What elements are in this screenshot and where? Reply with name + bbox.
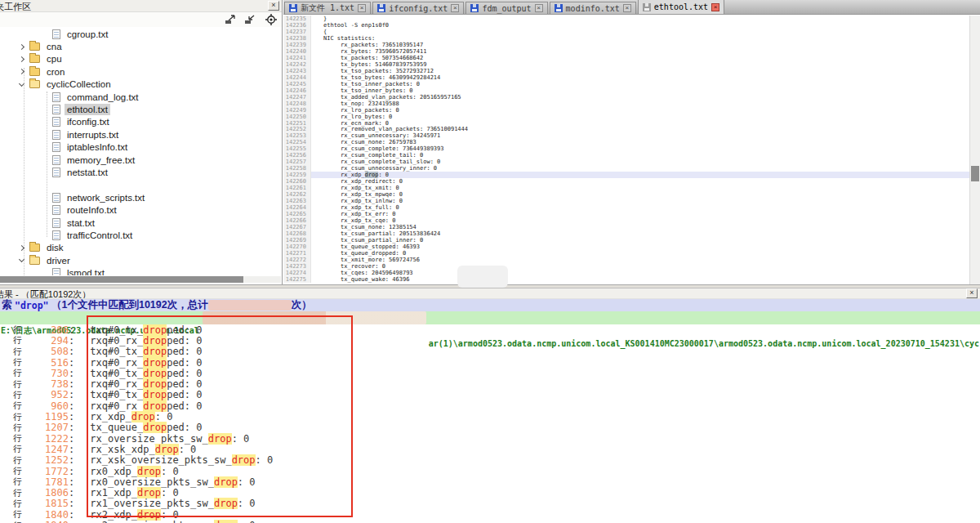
search-result-row[interactable]: 行1247:rx_xsk_xdp_drop: 0 [0,444,980,454]
tree-item-iptablesInfo.txt[interactable]: iptablesInfo.txt [0,141,281,154]
tree-item-cron[interactable]: cron [0,65,281,78]
tree-item-driver[interactable]: driver [0,254,281,266]
line-word-label: 行 [0,520,23,523]
tab-新文件 1.txt[interactable]: 新文件 1.txt× [284,2,371,14]
search-result-row[interactable]: 行508:txq#0_tx_dropped: 0 [0,346,980,357]
tree-item-cna[interactable]: cna [0,40,281,52]
workspace-titlebar[interactable]: 夹工作区 × [0,0,282,12]
search-result-row[interactable]: 行1806:rx1_xdp_drop: 0 [0,487,980,498]
tree-item-cpu[interactable]: cpu [0,53,281,65]
search-result-row[interactable]: 行286:txq#0_tx_dropped: 0 [0,324,980,335]
result-line-number: 1781 [23,476,69,488]
editor-line: 142247 tx_added_vlan_packets: 2051659571… [283,94,969,101]
editor-vertical-scrollbar[interactable] [969,16,980,284]
search-result-row[interactable]: 行1781:rx0_oversize_pkts_sw_drop: 0 [0,476,980,487]
chevron-down-icon[interactable] [19,81,24,87]
search-result-row[interactable]: 行730:txq#0_tx_dropped: 0 [0,368,980,378]
tree-item-stat.txt[interactable]: stat.txt [0,217,281,229]
tree-item-disk[interactable]: disk [0,242,281,254]
line-number: 142262 [283,191,311,198]
tree-item-label: memory_free.txt [65,154,137,166]
expand-all-icon[interactable] [224,14,238,25]
tree-item-interrupts.txt[interactable]: interrupts.txt [0,128,281,141]
search-result-row[interactable]: 行1840:rx2_xdp_drop: 0 [0,509,980,520]
tree-item-ifconfig.txt[interactable]: ifconfig.txt [0,116,281,128]
result-text: rxq#0_rx_dropped: 0 [90,357,202,369]
tab-close-icon[interactable]: × [451,4,459,12]
tab-close-icon[interactable]: × [711,3,719,11]
search-result-row[interactable]: 行1772:rx0_xdp_drop: 0 [0,466,980,476]
match-highlight: drop [137,487,161,498]
scrollbar-thumb[interactable] [971,166,979,181]
tree-item-label: ethtool.txt [65,104,110,115]
tree-item-memory_free.txt[interactable]: memory_free.txt [0,154,281,166]
chevron-right-icon[interactable] [19,69,24,74]
locate-file-icon[interactable] [265,14,278,25]
search-result-row[interactable]: 行738:rxq#0_rx_dropped: 0 [0,378,980,389]
editor-line-text: rx_xdp_tx_mpwqe: 0 [323,191,403,198]
tree-item-routeInfo.txt[interactable]: routeInfo.txt [0,203,281,216]
line-number: 142252 [283,126,311,132]
result-colon: : [69,509,74,521]
line-number: 142240 [283,48,311,55]
tab-close-icon[interactable]: × [535,4,543,12]
search-result-row[interactable]: 行1252:rx_xsk_oversize_pkts_sw_drop: 0 [0,455,980,466]
result-text: rx0_oversize_pkts_sw_drop: 0 [90,476,255,488]
tab-close-icon[interactable]: × [358,4,366,12]
editor-line: 142253 rx_csum_unnecessary: 34245971 [283,132,969,139]
result-text: rx1_oversize_pkts_sw_drop: 0 [90,498,255,509]
result-line-number: 294 [23,335,69,346]
result-text: txq#0_tx_dropped: 0 [90,368,202,379]
search-result-row[interactable]: 行1222:rx_oversize_pkts_sw_drop: 0 [0,433,980,444]
search-result-row[interactable]: 行960:rxq#0_rx_dropped: 0 [0,400,980,411]
search-result-row[interactable]: 行516:rxq#0_rx_dropped: 0 [0,357,980,368]
chevron-right-icon[interactable] [19,56,24,62]
chevron-down-icon[interactable] [19,257,24,262]
search-result-row[interactable]: 行1207:tx_queue_dropped: 0 [0,422,980,433]
tab-ethtool.txt[interactable]: ethtool.txt× [638,0,724,14]
tree-item-redacted[interactable] [0,179,281,191]
tab-close-icon[interactable]: × [623,4,631,12]
search-result-row[interactable]: 行1195:rx_xdp_drop: 0 [0,411,980,422]
tree-item-command_log.txt[interactable]: command_log.txt [0,91,281,103]
search-result-row[interactable]: 行294:rxq#0_rx_dropped: 0 [0,335,980,346]
result-text: rx2_oversize_pkts_sw_drop: 0 [90,520,255,523]
results-close-button[interactable]: × [966,288,978,298]
tree-item-label: cyclicCollection [44,78,114,90]
tree-item-cgroup.txt[interactable]: cgroup.txt [0,28,281,40]
tree-horizontal-scrollbar[interactable] [0,276,281,283]
editor-line: 142240 rx_bytes: 735960572057411 [283,48,969,55]
tab-modinfo.txt[interactable]: modinfo.txt× [550,2,636,14]
chevron-right-icon[interactable] [19,245,24,251]
search-result-row[interactable]: 行1815:rx1_oversize_pkts_sw_drop: 0 [0,498,980,509]
tab-ifconfig.txt[interactable]: ifconfig.txt× [372,2,464,14]
tree-item-netstat.txt[interactable]: netstat.txt [0,166,281,178]
result-text: rx_oversize_pkts_sw_drop: 0 [90,433,249,445]
editor-line: 142259 rx_xdp_drop: 0 [283,172,969,178]
line-number: 142237 [283,29,311,35]
tree-item-ethtool.txt[interactable]: ethtool.txt [0,103,281,115]
scrollbar-thumb[interactable] [0,276,243,283]
tree-item-trafficControl.txt[interactable]: trafficControl.txt [0,229,281,241]
tree-item-cyclicCollection[interactable]: cyclicCollection [0,78,281,91]
tree-item-network_scripts.txt[interactable]: network_scripts.txt [0,191,281,203]
line-number: 142256 [283,152,311,159]
file-icon [52,218,60,228]
result-colon: : [69,368,74,379]
editor-line-text: NIC statistics: [323,35,375,42]
line-number: 142271 [283,250,311,257]
editor-text-area[interactable]: 142235}142236ethtool -S enp1s0f0142237{1… [283,16,969,284]
search-result-row[interactable]: 行1849:rx2_oversize_pkts_sw_drop: 0 [0,520,980,523]
search-result-row[interactable]: 行952:txq#0_tx_dropped: 0 [0,390,980,400]
tree-item-lsmod.txt[interactable]: lsmod.txt [0,266,281,275]
search-summary-line[interactable]: 索 "drop" （1个文件中匹配到10192次，总计次） [0,299,980,311]
workspace-close-button[interactable]: × [268,1,279,11]
collapse-all-icon[interactable] [243,14,257,25]
result-file-path-line[interactable]: E:\日志\armod0523.odata.ncmp.unicom.local … [0,311,980,324]
chevron-right-icon[interactable] [19,44,24,50]
tab-fdm_output[interactable]: fdm_output× [466,2,547,14]
saved-file-icon [555,4,563,12]
result-text: rx0_xdp_drop: 0 [90,466,178,477]
result-colon: : [69,476,74,488]
results-titlebar[interactable]: 结果 - （匹配10192次） × [0,288,980,299]
